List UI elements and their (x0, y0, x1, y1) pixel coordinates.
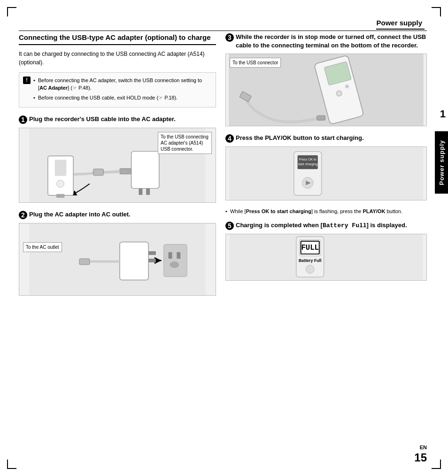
warning-item-2: Before connecting the USB cable, exit HO… (33, 94, 211, 102)
svg-rect-33 (230, 234, 423, 280)
svg-rect-13 (177, 252, 180, 259)
step1-header: 1 Plug the recorder's USB cable into the… (19, 115, 216, 124)
svg-text:FULL: FULL (301, 244, 319, 252)
step3-header: 3 While the recorder is in stop mode or … (225, 33, 427, 50)
step5-image: FULL Battery Full (225, 234, 427, 281)
step4-label: Press the PLAY/OK button to start chargi… (236, 134, 427, 142)
page-number: 15 (414, 451, 427, 464)
section-title: Connecting the USB-type AC adapter (opti… (19, 33, 216, 45)
step4-image: Press OK to start charging (225, 146, 427, 200)
svg-text:Battery Full: Battery Full (299, 258, 321, 263)
lang-label: EN (414, 445, 427, 450)
step2-svg (19, 223, 216, 295)
svg-rect-14 (170, 261, 179, 268)
header-divider (19, 31, 427, 31)
svg-text:Press OK to: Press OK to (299, 158, 317, 161)
chapter-number: 1 (440, 108, 446, 120)
svg-rect-26 (229, 147, 423, 200)
svg-rect-18 (79, 259, 90, 265)
svg-rect-5 (93, 169, 104, 176)
step3-number: 3 (225, 33, 234, 42)
svg-rect-3 (146, 188, 150, 195)
step3-img-label: To the USB connector (230, 58, 281, 68)
step4-header: 4 Press the PLAY/OK button to start char… (225, 134, 427, 143)
svg-point-8 (57, 180, 64, 188)
step4-note: While [Press OK to start charging] is fl… (225, 208, 427, 215)
left-column: Connecting the USB-type AC adapter (opti… (19, 33, 216, 453)
step2-image: To the AC outlet (19, 223, 216, 296)
sidebar-tab: Power supply (435, 131, 448, 194)
svg-rect-9 (56, 194, 65, 198)
svg-rect-24 (317, 116, 325, 121)
warning-box: ! Before connecting the AC adapter, swit… (19, 72, 216, 108)
corner-mark-bl (7, 460, 16, 469)
svg-rect-1 (131, 151, 159, 188)
step1-image: To the USB connecting AC adapter's (A514… (19, 128, 216, 203)
svg-rect-16 (148, 251, 156, 255)
step3-image: To the USB connector (225, 54, 427, 126)
step1-label: Plug the recorder's USB cable into the A… (29, 115, 216, 123)
page-header: Power supply (376, 19, 425, 30)
svg-rect-2 (139, 188, 142, 195)
svg-rect-15 (120, 242, 148, 280)
step2-number: 2 (19, 211, 27, 219)
step5-number: 5 (225, 222, 234, 230)
main-content: Connecting the USB-type AC adapter (opti… (19, 33, 427, 453)
intro-text: It can be charged by connecting to the U… (19, 50, 216, 67)
corner-mark-br (432, 460, 441, 469)
right-column: 3 While the recorder is in stop mode or … (225, 33, 427, 453)
step5-label: Charging is completed when [Battery Full… (236, 221, 427, 230)
page-title: Power supply (376, 19, 425, 30)
svg-rect-17 (148, 259, 156, 262)
svg-rect-7 (55, 160, 67, 176)
page-footer: EN 15 (414, 445, 427, 464)
step2-img-label: To the AC outlet (23, 242, 62, 252)
svg-rect-11 (164, 244, 187, 276)
step5-header: 5 Charging is completed when [Battery Fu… (225, 221, 427, 230)
warning-item-1: Before connecting the AC adapter, switch… (33, 77, 211, 92)
svg-rect-4 (120, 169, 131, 174)
step2-label: Plug the AC adapter into AC outlet. (29, 210, 216, 219)
step4-number: 4 (225, 134, 234, 143)
step2-header: 2 Plug the AC adapter into AC outlet. (19, 210, 216, 219)
corner-mark-tr (432, 7, 441, 16)
step5-svg: FULL Battery Full (226, 234, 426, 280)
warning-list: Before connecting the AC adapter, switch… (33, 77, 211, 102)
step1-number: 1 (19, 115, 27, 124)
svg-point-39 (306, 265, 314, 274)
corner-mark-tl (7, 7, 16, 16)
step3-label: While the recorder is in stop mode or tu… (236, 33, 427, 50)
step4-svg: Press OK to start charging (226, 147, 426, 200)
svg-text:start charging: start charging (298, 163, 317, 167)
step1-img-label: To the USB connecting AC adapter's (A514… (158, 132, 212, 154)
svg-rect-12 (169, 252, 172, 259)
warning-icon: ! (23, 77, 31, 84)
